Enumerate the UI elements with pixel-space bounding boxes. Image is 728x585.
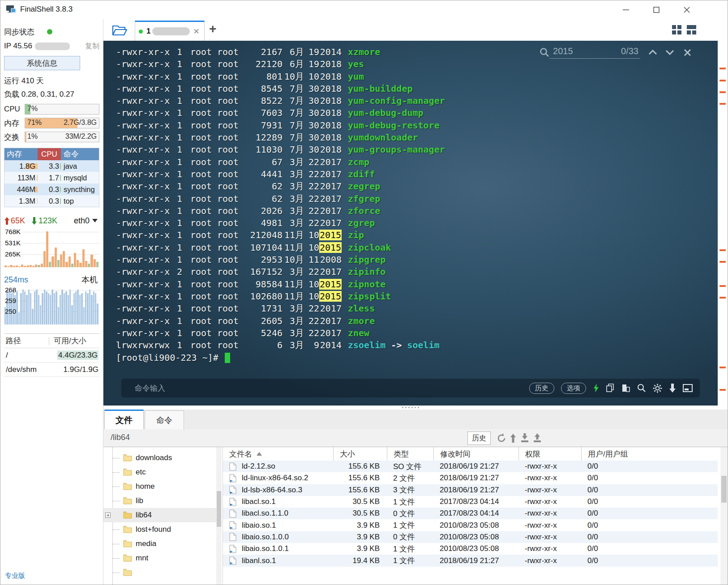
system-info-button[interactable]: 系统信息 xyxy=(4,56,80,70)
current-path[interactable]: /lib64 xyxy=(111,433,130,442)
file-row[interactable]: libacl.so.1.1.030.5 KB0 文件2017/08/23 04:… xyxy=(223,508,718,519)
tree-item-media[interactable]: media xyxy=(103,537,216,551)
file-row[interactable]: libaio.so.1.0.03.9 KB0 文件2010/08/23 05:0… xyxy=(223,531,718,543)
tree-item-etc[interactable]: etc xyxy=(103,465,216,479)
tab-commands[interactable]: 命令 xyxy=(145,410,184,429)
copy-ip-button[interactable]: 复制 xyxy=(85,42,99,51)
file-permissions: -rwxr-xr-x xyxy=(116,46,175,58)
file-table-column-header[interactable]: 大小 xyxy=(333,447,387,461)
tab-close-icon[interactable]: ✕ xyxy=(193,28,199,35)
tree-item-lib[interactable]: lib xyxy=(103,494,216,508)
options-button[interactable]: 选项 xyxy=(561,383,586,394)
search-match-marker[interactable] xyxy=(719,103,726,105)
process-row[interactable]: 446M0.3syncthing xyxy=(4,184,99,195)
search-close-button[interactable] xyxy=(684,49,691,56)
search-prev-button[interactable] xyxy=(648,50,657,55)
fullscreen-icon[interactable] xyxy=(683,384,693,392)
tree-expander-icon[interactable] xyxy=(105,512,111,518)
search-input[interactable]: 2015 xyxy=(553,46,621,56)
file-row[interactable]: libaio.so.1.0.13.9 KB1 文件2010/08/23 05:0… xyxy=(223,543,718,555)
process-col-cpu[interactable]: CPU xyxy=(38,148,61,160)
file-row[interactable]: libaio.so.13.9 KB1 文件2010/08/23 05:08-rw… xyxy=(223,519,718,531)
file-table-column-header[interactable]: 文件名 xyxy=(223,447,333,461)
process-col-memory[interactable]: 内存 xyxy=(4,148,38,160)
column-header-label: 权限 xyxy=(525,449,540,459)
path-history-button[interactable]: 历史 xyxy=(467,431,491,445)
file-table-column-header[interactable]: 修改时间 xyxy=(433,447,518,461)
find-icon[interactable] xyxy=(637,384,646,393)
tree-item-mnt[interactable]: mnt xyxy=(103,551,216,565)
file-table-scrollbar[interactable] xyxy=(720,447,728,585)
search-match-marker[interactable] xyxy=(719,367,726,368)
upload-button[interactable] xyxy=(532,433,542,444)
list-layout-icon[interactable] xyxy=(687,25,696,34)
close-button[interactable] xyxy=(672,0,702,19)
file-row[interactable]: libacl.so.130.5 KB1 文件2017/08/23 04:14-r… xyxy=(223,496,718,508)
session-tab[interactable]: 1 ✕ xyxy=(135,21,205,41)
process-row[interactable]: 1.3M0.3top xyxy=(4,195,99,207)
terminal-line: -rwxr-xr-x1rootroot295310月112008zipgrep xyxy=(116,254,713,266)
tree-item[interactable] xyxy=(103,565,216,580)
settings-gear-icon[interactable] xyxy=(653,384,662,393)
terminal[interactable]: -rwxr-xr-x1rootroot21676月192014xzmore-rw… xyxy=(103,41,718,406)
search-match-marker[interactable] xyxy=(719,261,726,263)
tab-files[interactable]: 文件 xyxy=(104,410,144,429)
search-match-marker[interactable] xyxy=(719,68,726,69)
terminal-scroll-markers[interactable] xyxy=(718,41,728,406)
process-row[interactable]: 1.8G3.3java xyxy=(4,160,99,172)
tree-item-lib64[interactable]: lib64 xyxy=(103,508,216,522)
parent-directory-button[interactable] xyxy=(510,433,516,444)
search-match-marker[interactable] xyxy=(719,80,726,81)
tree-scrollbar[interactable] xyxy=(216,447,222,585)
file-size: 107104 xyxy=(240,242,283,254)
interface-selector[interactable]: eth0 xyxy=(74,216,98,226)
file-name-text: libaio.so.1.0.1 xyxy=(242,544,289,553)
copy-icon[interactable] xyxy=(606,384,615,393)
minimize-button[interactable] xyxy=(611,0,641,19)
file-permissions: -rwxr-xr-x xyxy=(116,217,175,229)
maximize-button[interactable] xyxy=(641,0,672,19)
search-input-group: 2015 0/33 xyxy=(549,46,640,59)
paste-icon[interactable] xyxy=(621,384,630,393)
search-match-marker[interactable] xyxy=(719,389,726,391)
meter-detail: 33M/2.2G xyxy=(65,132,97,141)
search-next-button[interactable] xyxy=(665,50,674,55)
disk-col-path: 路径 xyxy=(4,336,49,346)
command-input[interactable]: 命令输入 xyxy=(135,383,165,393)
history-button[interactable]: 历史 xyxy=(529,383,554,394)
terminal-line: -rwxr-xr-x1rootroot21204811月102015zip xyxy=(116,229,713,241)
file-table-column-header[interactable]: 类型 xyxy=(387,447,433,461)
file-table-column-header[interactable]: 用户/用户组 xyxy=(581,447,718,461)
file-row[interactable]: ld-2.12.so155.6 KBSO 文件2018/06/19 21:27-… xyxy=(223,461,718,472)
panel-splitter-handle[interactable] xyxy=(103,406,718,410)
titlebar: FinalShell 3.8.3 xyxy=(0,0,728,19)
download-button[interactable] xyxy=(520,433,530,444)
file-row[interactable]: ld-linux-x86-64.so.2155.6 KB2 文件2018/06/… xyxy=(223,472,718,484)
resource-meter-CPU: CPU7% xyxy=(4,104,99,115)
layout-buttons xyxy=(672,25,696,34)
tree-item-lost+found[interactable]: lost+found xyxy=(103,522,216,537)
scroll-down-icon[interactable] xyxy=(669,384,676,393)
search-match-marker[interactable] xyxy=(719,285,726,287)
search-match-marker[interactable] xyxy=(719,91,726,93)
refresh-button[interactable] xyxy=(497,433,506,444)
tree-item-downloads[interactable]: downloads xyxy=(103,451,216,465)
open-connections-button[interactable] xyxy=(110,23,129,38)
tree-item-home[interactable]: home xyxy=(103,479,216,494)
file-table-scrollbar-thumb[interactable] xyxy=(721,476,727,503)
file-mtime-cell: 2018/06/19 21:27 xyxy=(433,474,518,483)
tree-scrollbar-thumb[interactable] xyxy=(217,491,221,527)
chart-bar xyxy=(43,251,46,267)
search-match-marker[interactable] xyxy=(719,249,726,251)
file-permissions: -rwxr-xr-x xyxy=(116,254,175,266)
search-match-marker[interactable] xyxy=(719,297,726,299)
process-col-command[interactable]: 命令 xyxy=(61,148,99,160)
file-table-column-header[interactable]: 权限 xyxy=(518,447,581,461)
new-tab-button[interactable]: + xyxy=(209,22,216,36)
chart-bar xyxy=(26,295,27,325)
process-row[interactable]: 113M1.7mysqld xyxy=(4,172,99,184)
file-year: 2017 xyxy=(319,168,342,180)
grid-layout-icon[interactable] xyxy=(672,25,681,34)
file-row[interactable]: ld-lsb-x86-64.so.3155.6 KB3 文件2018/06/19… xyxy=(223,484,718,496)
file-row[interactable]: libanl.so.119.4 KB1 文件2018/06/19 21:27-r… xyxy=(223,555,718,566)
